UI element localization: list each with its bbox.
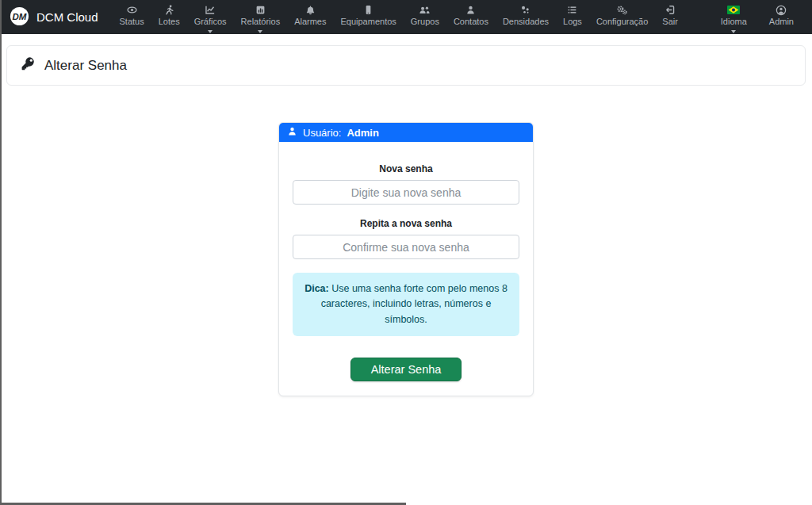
users-icon (419, 5, 431, 15)
nav-item-alarmes[interactable]: Alarmes (287, 2, 333, 32)
nav-item-grupos[interactable]: Grupos (404, 2, 446, 32)
language-label: Idioma (721, 17, 747, 26)
density-icon (520, 5, 530, 15)
main-content: Usuário: Admin Nova senha Repita a nova … (0, 122, 812, 396)
nav-item-graficos[interactable]: Gráficos (187, 2, 234, 32)
user-icon (287, 126, 297, 139)
brand-label: DCM Cloud (36, 10, 98, 24)
bell-icon (305, 5, 316, 15)
svg-text:DM: DM (13, 11, 27, 21)
tip-prefix: Dica: (304, 283, 329, 294)
nav-item-relatorios[interactable]: Relatórios (234, 2, 288, 32)
eye-icon (126, 5, 138, 15)
change-password-card: Usuário: Admin Nova senha Repita a nova … (278, 122, 534, 396)
nav-item-logs[interactable]: Logs (556, 2, 589, 32)
user-menu-label: Admin (769, 17, 794, 26)
device-icon (363, 5, 373, 15)
brand-link[interactable]: DM DCM Cloud (10, 6, 98, 29)
nav-item-label: Densidades (503, 17, 549, 26)
nav-menu: Status Lotes Gráficos Relatórios (113, 0, 685, 34)
page-title: Alterar Senha (44, 58, 127, 74)
app-window: DM DCM Cloud Status Lotes (0, 0, 812, 505)
confirm-password-input[interactable] (293, 235, 519, 259)
page-header: Alterar Senha (6, 45, 806, 86)
nav-item-label: Equipamentos (340, 17, 396, 26)
confirm-password-label: Repita a nova senha (293, 218, 519, 229)
list-icon (567, 5, 577, 15)
nav-item-label: Sair (662, 17, 678, 26)
window-left-border (0, 0, 2, 505)
top-navbar: DM DCM Cloud Status Lotes (0, 0, 812, 34)
nav-item-status[interactable]: Status (113, 2, 151, 32)
navbar-right: Idioma Admin (714, 2, 801, 32)
tip-text: Use uma senha forte com pelo menos 8 car… (321, 283, 508, 325)
card-body: Nova senha Repita a nova senha Dica: Use… (279, 142, 533, 396)
nav-item-label: Alarmes (294, 17, 326, 26)
line-chart-icon (205, 5, 216, 15)
card-header: Usuário: Admin (279, 123, 533, 142)
runner-icon (164, 5, 174, 15)
gears-icon (616, 5, 628, 15)
nav-item-configuracao[interactable]: Configuração (589, 2, 655, 32)
key-icon (21, 56, 36, 75)
nav-item-equipamentos[interactable]: Equipamentos (333, 2, 403, 32)
user-menu[interactable]: Admin (762, 2, 801, 32)
card-header-username: Admin (347, 127, 378, 139)
nav-item-label: Configuração (596, 17, 648, 26)
brazil-flag-icon (727, 5, 740, 15)
contact-icon (465, 5, 476, 15)
nav-item-lotes[interactable]: Lotes (151, 2, 187, 32)
new-password-label: Nova senha (293, 163, 519, 174)
nav-item-densidades[interactable]: Densidades (496, 2, 556, 32)
chevron-down-icon (731, 30, 736, 33)
nav-item-label: Gráficos (194, 17, 227, 26)
new-password-input[interactable] (293, 180, 519, 205)
nav-item-sair[interactable]: Sair (655, 2, 685, 32)
nav-item-label: Logs (563, 17, 582, 26)
sign-out-icon (665, 5, 676, 15)
chevron-down-icon (208, 30, 213, 33)
report-icon (255, 5, 266, 15)
language-menu[interactable]: Idioma (714, 2, 754, 32)
chevron-down-icon (258, 30, 262, 33)
nav-item-label: Relatórios (241, 17, 281, 26)
nav-item-contatos[interactable]: Contatos (446, 2, 496, 32)
change-password-button[interactable]: Alterar Senha (350, 358, 462, 381)
nav-item-label: Grupos (411, 17, 439, 26)
password-tip: Dica: Use uma senha forte com pelo menos… (293, 273, 519, 336)
nav-item-label: Contatos (454, 17, 488, 26)
nav-item-label: Status (120, 17, 144, 26)
card-header-label: Usuário: (303, 127, 341, 139)
nav-item-label: Lotes (159, 17, 180, 26)
button-row: Alterar Senha (293, 358, 519, 381)
user-circle-icon (776, 5, 787, 15)
dcm-logo-icon: DM (10, 6, 29, 29)
